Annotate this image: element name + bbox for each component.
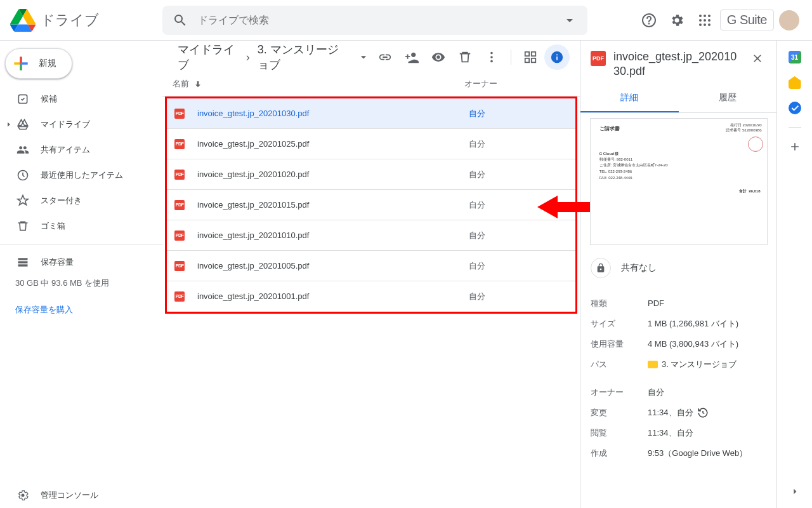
file-row[interactable]: PDFinvoice_gtest.jp_20201015.pdf自分 — [167, 190, 575, 220]
history-icon[interactable] — [697, 407, 709, 418]
file-name: invoice_gtest.jp_20201020.pdf — [197, 170, 464, 179]
pdf-icon: PDF — [174, 139, 185, 149]
svg-point-9 — [704, 23, 706, 26]
delete-icon[interactable] — [452, 44, 478, 70]
detail-path[interactable]: パス3. マンスリージョブ — [580, 354, 776, 375]
apps-icon[interactable] — [692, 8, 717, 33]
file-owner: 自分 — [464, 230, 485, 241]
pdf-icon: PDF — [174, 261, 185, 271]
new-button[interactable]: 新規 — [5, 48, 72, 79]
file-row[interactable]: PDFinvoice_gtest.jp_20201001.pdf自分 — [167, 281, 575, 312]
search-input[interactable] — [193, 15, 557, 26]
more-icon[interactable] — [479, 44, 504, 70]
share-icon[interactable] — [399, 44, 424, 70]
file-row[interactable]: PDFinvoice_gtest.jp_20201025.pdf自分 — [167, 129, 575, 159]
detail-type: 種類PDF — [580, 293, 776, 314]
file-name: invoice_gtest.jp_20201005.pdf — [197, 261, 464, 271]
breadcrumb: マイドライブ › 3. マンスリージョブ — [165, 39, 372, 75]
svg-rect-15 — [18, 264, 28, 266]
file-name: invoice_gtest.jp_20201030.pdf — [197, 109, 464, 118]
toolbar: マイドライブ › 3. マンスリージョブ — [162, 41, 580, 71]
detail-created: 作成9:53（Google Drive Web） — [580, 443, 776, 464]
svg-point-5 — [699, 19, 702, 22]
pdf-icon: PDF — [174, 109, 185, 119]
tab-detail[interactable]: 詳細 — [580, 84, 679, 112]
breadcrumb-current[interactable]: 3. マンスリージョブ — [252, 39, 355, 75]
star-icon — [15, 194, 30, 207]
add-icon[interactable] — [789, 140, 801, 153]
help-icon[interactable] — [636, 8, 662, 33]
svg-point-8 — [699, 23, 702, 26]
pdf-icon: PDF — [174, 200, 185, 210]
chevron-down-icon[interactable] — [355, 51, 372, 64]
file-owner: 自分 — [464, 199, 485, 211]
sidebar-item-trash[interactable]: ゴミ箱 — [0, 213, 152, 239]
search-bar[interactable] — [162, 6, 587, 35]
file-row[interactable]: PDFinvoice_gtest.jp_20201030.pdf自分 — [167, 98, 575, 129]
file-row[interactable]: PDFinvoice_gtest.jp_20201010.pdf自分 — [167, 220, 575, 251]
close-icon[interactable] — [749, 50, 766, 67]
sidebar-item-starred[interactable]: スター付き — [0, 188, 152, 213]
recent-icon — [15, 169, 30, 182]
folder-icon — [648, 361, 658, 368]
svg-point-16 — [22, 494, 25, 497]
grid-view-icon[interactable] — [518, 44, 543, 70]
search-icon[interactable] — [167, 8, 193, 33]
file-list: PDFinvoice_gtest.jp_20201030.pdf自分PDFinv… — [165, 97, 577, 314]
account-avatar[interactable] — [776, 8, 802, 33]
file-row[interactable]: PDFinvoice_gtest.jp_20201005.pdf自分 — [167, 251, 575, 281]
sidebar-item-shared[interactable]: 共有アイテム — [0, 137, 152, 163]
pdf-icon: PDF — [174, 291, 185, 302]
preview-icon[interactable] — [426, 44, 451, 70]
search-options-icon[interactable] — [557, 8, 582, 33]
svg-point-4 — [708, 15, 710, 17]
logo-area[interactable]: ドライブ — [10, 8, 162, 33]
calendar-icon[interactable]: 31 — [789, 51, 801, 64]
header: ドライブ G Suite — [0, 0, 812, 41]
storage-usage: 30 GB 中 93.6 MB を使用 — [0, 275, 162, 291]
storage-icon — [15, 256, 30, 269]
admin-icon — [15, 489, 30, 502]
sidebar-item-admin[interactable]: 管理コンソール — [0, 483, 152, 508]
file-row[interactable]: PDFinvoice_gtest.jp_20201020.pdf自分 — [167, 159, 575, 190]
sort-arrow-icon — [193, 79, 203, 89]
sidebar: 新規 候補 マイドライブ 共有アイテム 最近使用したアイテム スター付き ゴミ箱… — [0, 41, 162, 508]
get-link-icon[interactable] — [372, 44, 398, 70]
sidebar-item-recent[interactable]: 最近使用したアイテム — [0, 163, 152, 188]
main-area: マイドライブ › 3. マンスリージョブ 名前 オーナー PDFinvoice_… — [162, 41, 776, 508]
svg-point-19 — [490, 60, 493, 63]
file-preview[interactable]: ご請求書 発行日 2020/10/30 請求番号 S12000386 G Clo… — [590, 118, 768, 245]
right-rail: 31 — [776, 41, 812, 508]
svg-rect-14 — [18, 261, 28, 263]
tasks-icon[interactable] — [789, 102, 801, 114]
share-status: 共有なし — [580, 250, 776, 286]
svg-point-10 — [708, 23, 710, 26]
sidebar-item-storage[interactable]: 保存容量 — [0, 250, 152, 275]
svg-rect-22 — [525, 58, 529, 62]
svg-point-2 — [699, 15, 702, 17]
app-name: ドライブ — [41, 11, 99, 30]
pdf-icon: PDF — [174, 231, 185, 241]
file-name: invoice_gtest.jp_20201001.pdf — [197, 291, 464, 301]
file-name: invoice_gtest.jp_20201010.pdf — [197, 231, 464, 240]
detail-usage: 使用容量4 MB (3,800,943 バイト) — [580, 334, 776, 354]
sidebar-item-priority[interactable]: 候補 — [0, 86, 152, 112]
plus-icon — [11, 53, 31, 74]
keep-icon[interactable] — [789, 76, 801, 89]
column-owner[interactable]: オーナー — [464, 78, 553, 90]
sidebar-item-mydrive[interactable]: マイドライブ — [0, 112, 152, 137]
settings-icon[interactable] — [664, 8, 690, 33]
collapse-rail-icon[interactable] — [789, 485, 801, 498]
tab-history[interactable]: 履歴 — [679, 84, 777, 112]
svg-point-17 — [490, 52, 493, 55]
gsuite-button[interactable]: G Suite — [720, 10, 774, 30]
file-owner: 自分 — [464, 291, 485, 302]
column-name[interactable]: 名前 — [173, 78, 464, 90]
buy-storage-link[interactable]: 保存容量を購入 — [0, 299, 162, 321]
trash-icon — [15, 220, 30, 232]
details-panel: PDF invoice_gtest.jp_20201030.pdf 詳細 履歴 … — [580, 41, 776, 508]
info-icon[interactable] — [544, 44, 570, 70]
chevron-right-icon — [5, 121, 13, 128]
breadcrumb-root[interactable]: マイドライブ — [173, 39, 244, 75]
svg-rect-21 — [532, 52, 535, 56]
